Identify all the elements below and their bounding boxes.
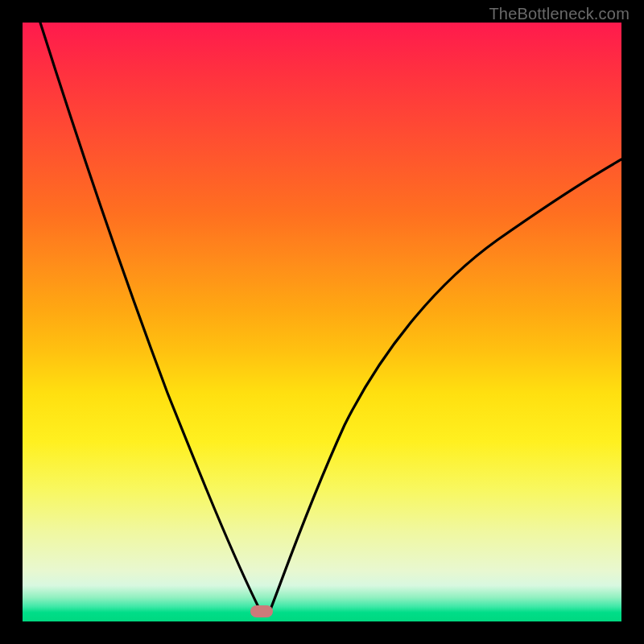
bottleneck-curve bbox=[23, 23, 621, 621]
chart-frame: TheBottleneck.com bbox=[0, 0, 644, 644]
optimal-marker bbox=[250, 605, 273, 617]
curve-path bbox=[40, 23, 621, 613]
watermark-label: TheBottleneck.com bbox=[489, 5, 630, 23]
plot-area bbox=[23, 23, 621, 621]
